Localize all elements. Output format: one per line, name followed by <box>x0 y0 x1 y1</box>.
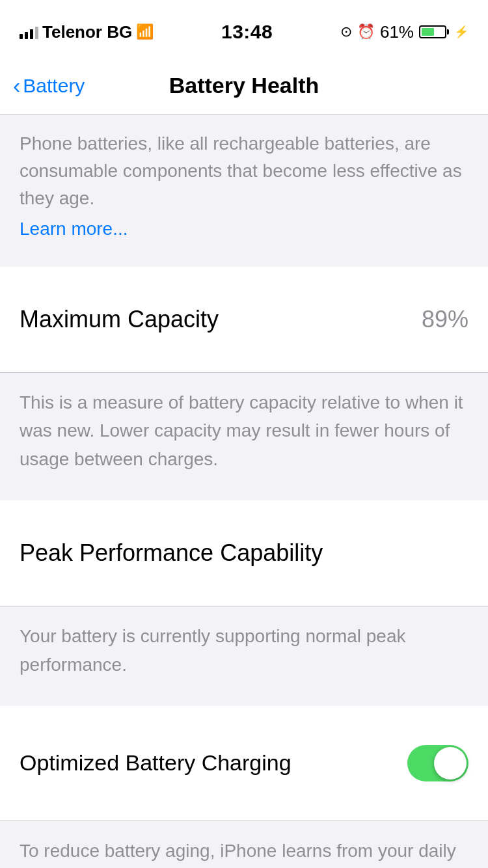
carrier-label: Telenor BG <box>42 22 132 42</box>
back-chevron-icon: ‹ <box>13 74 20 96</box>
capacity-description-section: This is a measure of battery capacity re… <box>0 373 488 489</box>
max-capacity-section: Maximum Capacity 89% <box>0 267 488 372</box>
status-right: ⊙ ⏰ 61% ⚡ <box>340 22 468 42</box>
nav-bar: ‹ Battery Battery Health <box>0 57 488 115</box>
battery-icon <box>419 25 446 38</box>
peak-performance-description: Your battery is currently supporting nor… <box>0 606 488 694</box>
time-display: 13:48 <box>221 21 273 43</box>
divider-1 <box>0 255 488 267</box>
optimized-charging-section: Optimized Battery Charging <box>0 706 488 821</box>
peak-performance-section: Peak Performance Capability <box>0 500 488 606</box>
capacity-value: 89% <box>422 306 468 333</box>
alarm-icon: ⏰ <box>357 23 375 40</box>
back-label: Battery <box>23 75 85 97</box>
page-title: Battery Health <box>169 73 319 98</box>
wifi-icon: 📶 <box>136 23 154 40</box>
battery-body <box>419 25 446 38</box>
learn-more-link[interactable]: Learn more... <box>20 219 468 239</box>
status-left: Telenor BG 📶 <box>20 22 154 42</box>
toggle-row: Optimized Battery Charging <box>20 726 468 801</box>
toggle-knob <box>434 747 467 780</box>
optimized-charging-toggle[interactable] <box>407 745 468 781</box>
battery-percent: 61% <box>380 22 414 42</box>
screen-record-icon: ⊙ <box>340 23 352 40</box>
intro-text: Phone batteries, like all rechargeable b… <box>20 130 468 212</box>
charging-description-section: To reduce battery aging, iPhone learns f… <box>0 821 488 868</box>
charging-description-text: To reduce battery aging, iPhone learns f… <box>20 837 468 868</box>
status-bar: Telenor BG 📶 13:48 ⊙ ⏰ 61% ⚡ <box>0 0 488 57</box>
capacity-row: Maximum Capacity 89% <box>20 286 468 353</box>
capacity-description-text: This is a measure of battery capacity re… <box>20 388 468 473</box>
divider-5 <box>0 694 488 706</box>
peak-performance-text: Your battery is currently supporting nor… <box>20 622 468 679</box>
divider-3 <box>0 489 488 500</box>
back-button[interactable]: ‹ Battery <box>13 75 85 97</box>
charging-bolt-icon: ⚡ <box>454 25 468 39</box>
optimized-charging-label: Optimized Battery Charging <box>20 750 291 776</box>
peak-performance-heading: Peak Performance Capability <box>20 520 468 586</box>
battery-fill <box>422 28 434 36</box>
intro-section: Phone batteries, like all rechargeable b… <box>0 115 488 255</box>
capacity-label: Maximum Capacity <box>20 306 219 333</box>
signal-bars <box>20 25 38 39</box>
